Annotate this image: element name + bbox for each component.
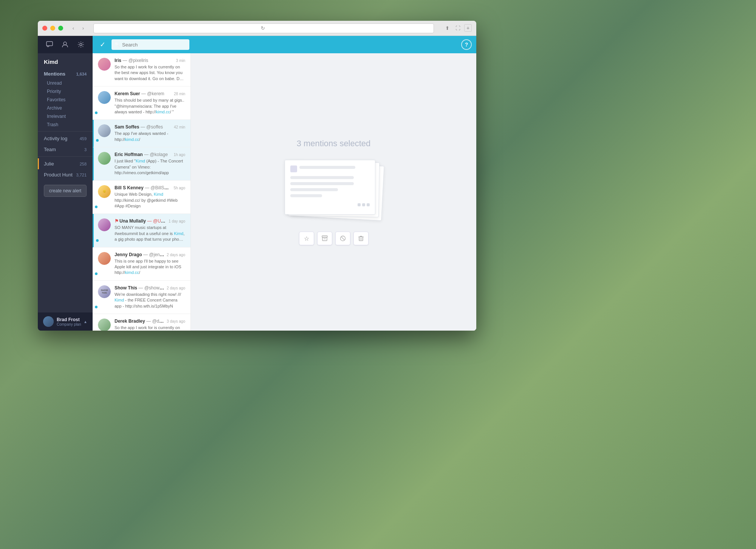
mentions-count: 1,634 (76, 72, 87, 76)
divider-2 (38, 156, 93, 157)
maximize-button[interactable] (58, 26, 63, 31)
mention-item-una[interactable]: ⚑Una Mullally — @UnaMullally 1 day ago S… (93, 214, 191, 247)
svg-point-1 (64, 42, 67, 45)
sidebar-icon-mentions[interactable] (44, 39, 55, 50)
fullscreen-button[interactable]: ⛶ (454, 24, 462, 32)
sidebar-icon-settings[interactable] (76, 39, 86, 50)
paper-line-1 (299, 166, 356, 169)
star-button[interactable]: ☆ (299, 232, 314, 245)
sidebar-item-julie[interactable]: Julie 258 (38, 158, 93, 169)
sidebar-content: Kimd Mentions 1,634 Unread Priority Favo… (38, 53, 93, 331)
showthis-unread-dot (95, 306, 98, 308)
svg-rect-8 (359, 237, 363, 241)
eric-text: I just liked "Kimd (App) - The Concert C… (115, 158, 185, 176)
app-name: Kimd (38, 53, 93, 69)
sidebar-icon-profile[interactable] (60, 39, 70, 50)
sidebar-item-unread[interactable]: Unread (38, 79, 93, 87)
app-layout: Kimd Mentions 1,634 Unread Priority Favo… (38, 36, 476, 331)
derek-avatar (98, 319, 111, 331)
una-author: ⚑Una Mullally — @UnaMullally (115, 218, 166, 224)
eric-time: 1h ago (174, 153, 185, 157)
browser-window: ‹ › ↻ ⬆ ⛶ + (38, 21, 476, 331)
eric-content: Eric Hoffman — @kolage 1h ago I just lik… (115, 152, 185, 176)
sidebar-item-team[interactable]: Team 3 (38, 144, 93, 155)
sam-unread-dot (96, 139, 99, 142)
create-alert-button[interactable]: create new alert (44, 185, 87, 197)
action-buttons: ☆ (299, 232, 369, 245)
iris-author: Iris — @pixeliris (115, 58, 148, 63)
sam-avatar (98, 124, 111, 137)
una-unread-dot (96, 239, 99, 242)
sidebar-item-activity-log[interactable]: Activity log 459 (38, 133, 93, 144)
user-info-area: Brad Frost Company plan (43, 316, 81, 327)
showthis-text: We're downloading this right now! /// Ki… (115, 292, 185, 309)
iris-time: 3 min (176, 59, 185, 63)
bill-time: 5h ago (174, 186, 185, 190)
jenny-time: 2 days ago (167, 253, 185, 257)
help-button[interactable]: ? (461, 39, 472, 50)
sidebar-item-irrelevant[interactable]: Irrelevant (38, 112, 93, 121)
derek-text: So the app I work for is currently on th… (115, 325, 185, 331)
main-content: Iris — @pixeliris 3 min So the app I wor… (93, 53, 476, 331)
sidebar-item-trash[interactable]: Trash (38, 121, 93, 129)
sidebar-item-favorites[interactable]: Favorites (38, 96, 93, 104)
sidebar-item-priority[interactable]: Priority (38, 87, 93, 96)
mention-item-kerem[interactable]: Kerem Suer — @kerem 28 min This should b… (93, 87, 191, 120)
mention-item-derek[interactable]: Derek Bradley — @derekebradley 3 days ag… (93, 314, 191, 331)
kerem-author: Kerem Suer — @kerem (115, 91, 164, 96)
paper-dot-1 (358, 203, 361, 206)
jenny-avatar (98, 252, 111, 265)
bill-content: Bill S Kenney — @BillSKenney 5h ago Uniq… (115, 185, 185, 209)
paper-line-4 (290, 188, 338, 191)
jenny-content: Jenny Drago — @jenndrago 2 days ago This… (115, 252, 185, 276)
jenny-unread-dot (95, 272, 98, 275)
sidebar-section-header-mentions[interactable]: Mentions 1,634 (38, 69, 93, 79)
archive-button[interactable] (317, 232, 332, 245)
sidebar-footer[interactable]: Brad Frost Company plan ▲ (38, 312, 93, 331)
check-all-icon[interactable]: ✓ (97, 39, 108, 50)
close-button[interactable] (42, 26, 47, 31)
sidebar-item-archive[interactable]: Archive (38, 104, 93, 112)
forward-button[interactable]: › (79, 24, 87, 32)
footer-user-name: Brad Frost (57, 317, 81, 322)
search-input[interactable] (112, 39, 189, 50)
una-header: ⚑Una Mullally — @UnaMullally 1 day ago (115, 218, 185, 224)
sidebar-section-mentions: Mentions 1,634 Unread Priority Favorites… (38, 69, 93, 129)
search-wrapper: 🔍 (112, 39, 189, 50)
mention-item-showthis[interactable]: SHOWTHIS Show This — @showthis 2 days ag… (93, 281, 191, 314)
paper-content (285, 160, 375, 212)
mentions-label: Mentions (44, 71, 65, 77)
svg-rect-0 (46, 42, 53, 46)
iris-text: So the app I work for is currently on th… (115, 64, 185, 82)
paper-line-5 (290, 194, 322, 197)
share-button[interactable]: ⬆ (443, 24, 451, 32)
mention-item-iris[interactable]: Iris — @pixeliris 3 min So the app I wor… (93, 53, 191, 87)
back-button[interactable]: ‹ (69, 24, 77, 32)
reload-icon: ↻ (261, 25, 265, 31)
derek-time: 3 days ago (167, 319, 185, 323)
derek-author: Derek Bradley — @derekebradley (115, 319, 164, 324)
showthis-content: Show This — @showthis 2 days ago We're d… (115, 285, 185, 309)
new-tab-button[interactable]: + (464, 24, 472, 32)
mention-item-jenny[interactable]: Jenny Drago — @jenndrago 2 days ago This… (93, 247, 191, 281)
header-bar: ✓ 🔍 ? (93, 36, 476, 53)
address-bar[interactable]: ↻ (93, 23, 434, 33)
showthis-time: 2 days ago (167, 286, 185, 290)
iris-header: Iris — @pixeliris 3 min (115, 58, 185, 63)
sam-time: 42 min (174, 125, 185, 129)
bill-avatar: 😊 (98, 185, 111, 198)
title-bar-actions: ⬆ ⛶ + (443, 24, 472, 32)
mention-item-sam[interactable]: Sam Soffes — @soffes 42 min The app I've… (93, 120, 191, 147)
paper-line-3 (290, 182, 354, 185)
sidebar-item-product-hunt[interactable]: Product Hunt 3,721 (38, 169, 93, 180)
mention-item-eric[interactable]: Eric Hoffman — @kolage 1h ago I just lik… (93, 147, 191, 181)
minimize-button[interactable] (50, 26, 55, 31)
jenny-header: Jenny Drago — @jenndrago 2 days ago (115, 252, 185, 257)
paper-dot-3 (367, 203, 370, 206)
mention-item-bill[interactable]: 😊 Bill S Kenney — @BillSKenney 5h ago Un… (93, 181, 191, 214)
irrelevant-button[interactable] (335, 232, 350, 245)
showthis-header: Show This — @showthis 2 days ago (115, 285, 185, 291)
trash-button[interactable] (353, 232, 369, 245)
footer-chevron-icon: ▲ (84, 320, 87, 324)
paper-dots (290, 200, 370, 206)
